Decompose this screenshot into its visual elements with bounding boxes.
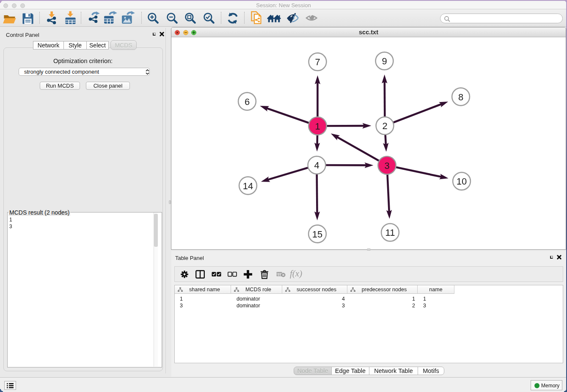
svg-text:15: 15	[312, 229, 322, 240]
svg-text:4: 4	[314, 160, 319, 171]
svg-text:14: 14	[243, 181, 253, 191]
svg-text:9: 9	[382, 56, 387, 66]
svg-text:3: 3	[384, 160, 389, 171]
svg-text:6: 6	[245, 97, 250, 107]
svg-text:11: 11	[385, 227, 395, 238]
svg-text:10: 10	[457, 176, 467, 187]
svg-text:2: 2	[382, 121, 387, 131]
svg-text:7: 7	[315, 57, 320, 67]
svg-text:8: 8	[458, 92, 463, 102]
svg-text:1: 1	[315, 121, 320, 132]
